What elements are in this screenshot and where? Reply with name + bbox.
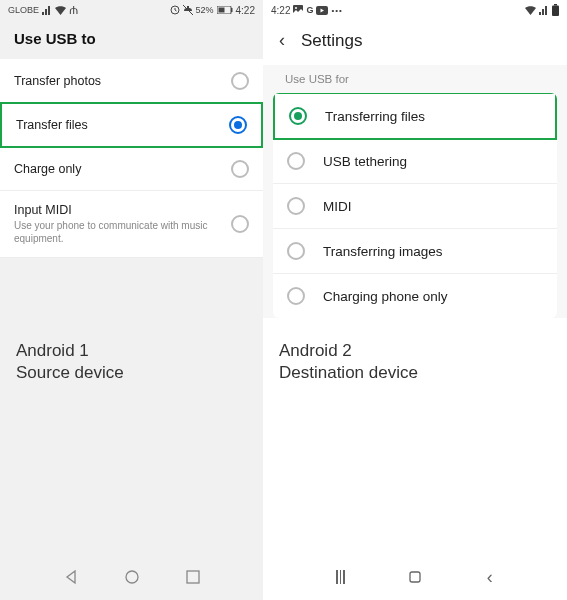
nav-home-button[interactable]	[121, 566, 143, 588]
nav-home-button[interactable]	[404, 566, 426, 588]
svg-point-7	[295, 7, 297, 9]
caption-android-2: Android 2 Destination device	[279, 340, 418, 384]
option-transferring-files[interactable]: Transferring files	[273, 93, 557, 140]
google-icon: G	[306, 5, 313, 15]
section-label: Use USB for	[273, 65, 557, 93]
carrier-label: GLOBE	[8, 5, 39, 15]
option-label: Transferring files	[325, 109, 425, 124]
caption-line1: Android 1	[16, 340, 124, 362]
nav-back-button[interactable]	[60, 566, 82, 588]
option-usb-tethering[interactable]: USB tethering	[273, 139, 557, 184]
battery-icon	[217, 6, 233, 14]
nav-bar-left	[0, 560, 263, 594]
youtube-icon	[316, 6, 328, 15]
option-midi[interactable]: MIDI	[273, 184, 557, 229]
option-label: Charge only	[14, 162, 81, 176]
radio-on-icon	[229, 116, 247, 134]
mute-icon	[183, 5, 193, 15]
svg-rect-3	[231, 8, 233, 12]
radio-off-icon	[287, 287, 305, 305]
radio-off-icon	[287, 242, 305, 260]
phone-android-2: 4:22 G ••• ‹ Settings Use USB for Transf…	[263, 0, 567, 600]
usb-dialog-title: Use USB to	[0, 20, 263, 59]
wifi-icon	[525, 6, 536, 15]
caption-line2: Destination device	[279, 362, 418, 384]
wifi-icon	[55, 6, 66, 15]
option-label: Transfer files	[16, 118, 88, 132]
option-label: Transferring images	[323, 244, 443, 259]
alarm-icon	[170, 5, 180, 15]
option-charge-only[interactable]: Charge only	[0, 147, 263, 191]
option-transfer-files[interactable]: Transfer files	[0, 102, 263, 148]
option-label: Charging phone only	[323, 289, 448, 304]
option-label: Input MIDI	[14, 203, 214, 217]
svg-rect-9	[552, 6, 559, 17]
option-transfer-photos[interactable]: Transfer photos	[0, 59, 263, 103]
back-icon[interactable]: ‹	[279, 30, 285, 51]
settings-header: ‹ Settings	[263, 20, 567, 65]
status-bar-right: 4:22 G •••	[263, 0, 567, 20]
picture-icon	[293, 5, 303, 15]
usb-options-list-right: Transferring files USB tethering MIDI Tr…	[273, 93, 557, 318]
nav-back-button[interactable]: ‹	[479, 566, 501, 588]
radio-off-icon	[287, 152, 305, 170]
clock-left: 4:22	[236, 5, 255, 16]
option-input-midi[interactable]: Input MIDI Use your phone to communicate…	[0, 191, 263, 258]
option-transferring-images[interactable]: Transferring images	[273, 229, 557, 274]
option-label: MIDI	[323, 199, 352, 214]
settings-title: Settings	[301, 31, 362, 51]
option-label: Transfer photos	[14, 74, 101, 88]
svg-point-4	[126, 571, 138, 583]
svg-rect-10	[554, 4, 557, 6]
caption-android-1: Android 1 Source device	[16, 340, 124, 384]
nav-recents-button[interactable]	[182, 566, 204, 588]
nav-bar-right: ‹	[263, 560, 567, 594]
svg-rect-11	[410, 572, 420, 582]
phone-android-1: GLOBE Ψ 52% 4:22 Use USB to Transfer pho…	[0, 0, 263, 600]
caption-line1: Android 2	[279, 340, 418, 362]
caption-line2: Source device	[16, 362, 124, 384]
option-sublabel: Use your phone to communicate with music…	[14, 219, 214, 245]
svg-rect-2	[218, 8, 224, 13]
clock-right: 4:22	[271, 5, 290, 16]
radio-off-icon	[231, 72, 249, 90]
radio-off-icon	[287, 197, 305, 215]
signal-icon	[42, 6, 52, 15]
svg-rect-5	[187, 571, 199, 583]
radio-on-icon	[289, 107, 307, 125]
battery-pct: 52%	[196, 5, 214, 15]
option-charging-only[interactable]: Charging phone only	[273, 274, 557, 318]
usb-options-list-left: Transfer photos Transfer files Charge on…	[0, 59, 263, 258]
status-bar-left: GLOBE Ψ 52% 4:22	[0, 0, 263, 20]
battery-icon	[552, 4, 559, 16]
radio-off-icon	[231, 160, 249, 178]
usb-icon: Ψ	[69, 4, 78, 16]
signal-icon	[539, 6, 549, 15]
option-label: USB tethering	[323, 154, 407, 169]
radio-off-icon	[231, 215, 249, 233]
nav-recents-button[interactable]	[329, 566, 351, 588]
more-icon: •••	[331, 6, 342, 15]
